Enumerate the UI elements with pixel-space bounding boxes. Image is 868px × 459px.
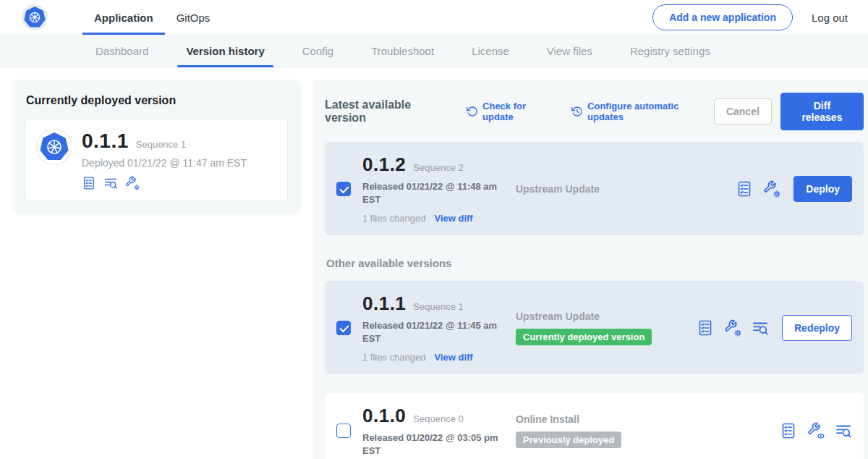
configure-updates-label: Configure automatic updates xyxy=(587,101,714,122)
version-info: 0.1.1 Sequence 1 Released 01/21/22 @ 11:… xyxy=(362,292,516,363)
release-notes-icon[interactable] xyxy=(82,176,96,190)
version-info: 0.1.2 Sequence 2 Released 01/21/22 @ 11:… xyxy=(362,153,516,224)
configure-updates-link[interactable]: Configure automatic updates xyxy=(571,101,714,122)
release-notes-icon[interactable] xyxy=(736,180,753,198)
view-logs-icon[interactable] xyxy=(835,422,852,439)
source-label: Upstream Update xyxy=(516,311,697,322)
app-subnav: Dashboard Version history Config Trouble… xyxy=(0,35,868,67)
released-timestamp: Released 01/20/22 @ 03:05 pm EST xyxy=(362,431,500,457)
top-bar: Application GitOps Add a new application… xyxy=(0,0,868,35)
diff-releases-button[interactable]: Diff releases xyxy=(780,93,864,130)
subnav-label: Troubleshoot xyxy=(371,45,434,57)
tab-gitops[interactable]: GitOps xyxy=(165,0,222,35)
files-changed-label: 1 files changed xyxy=(362,213,425,224)
logout-link[interactable]: Log out xyxy=(812,12,848,24)
released-timestamp: Released 01/21/22 @ 11:48 am EST xyxy=(362,180,500,206)
subnav-label: Version history xyxy=(186,45,264,57)
tab-application[interactable]: Application xyxy=(82,0,165,35)
source-label: Online Install xyxy=(516,413,697,425)
auto-update-clock-icon xyxy=(571,106,583,117)
version-history-panel: Latest available version Check for updat… xyxy=(313,80,868,459)
previously-deployed-badge: Previously deployed xyxy=(516,431,621,448)
files-changed-label: 1 files changed xyxy=(362,352,425,363)
released-timestamp: Released 01/21/22 @ 11:45 am EST xyxy=(362,319,500,345)
cancel-button[interactable]: Cancel xyxy=(714,98,772,125)
sequence-label: Sequence 2 xyxy=(413,162,463,173)
subnav-label: View files xyxy=(547,45,592,57)
add-application-button[interactable]: Add a new application xyxy=(652,4,793,30)
redeploy-button[interactable]: Redeploy xyxy=(782,315,852,341)
version-row-0-1-0: 0.1.0 Sequence 0 Released 01/20/22 @ 03:… xyxy=(325,393,864,459)
subnav-item-license[interactable]: License xyxy=(463,35,518,67)
tab-application-label: Application xyxy=(94,12,153,24)
deployed-card-title: Currently deployed version xyxy=(26,94,288,107)
subnav-label: Registry settings xyxy=(630,45,710,57)
deployed-timestamp: Deployed 01/21/22 @ 11:47 am EST xyxy=(82,157,247,169)
version-row-0-1-1: 0.1.1 Sequence 1 Released 01/21/22 @ 11:… xyxy=(325,281,864,374)
view-diff-link[interactable]: View diff xyxy=(434,213,472,224)
row-actions xyxy=(736,180,780,198)
subnav-label: License xyxy=(472,45,509,57)
deployed-version-card: 0.1.1 Sequence 1 Deployed 01/21/22 @ 11:… xyxy=(25,119,288,201)
row-actions xyxy=(780,422,852,439)
deployed-info: 0.1.1 Sequence 1 Deployed 01/21/22 @ 11:… xyxy=(82,130,247,190)
edit-config-icon[interactable] xyxy=(125,176,140,190)
version-number: 0.1.2 xyxy=(362,153,406,176)
version-number: 0.1.0 xyxy=(362,405,406,427)
currently-deployed-badge: Currently deployed version xyxy=(516,329,652,345)
subnav-item-config[interactable]: Config xyxy=(294,35,342,67)
subnav-item-registry-settings[interactable]: Registry settings xyxy=(621,35,719,67)
deployed-actions xyxy=(82,176,247,190)
view-logs-icon[interactable] xyxy=(103,176,118,190)
row-actions xyxy=(697,319,769,337)
check-for-update-label: Check for update xyxy=(482,101,557,122)
version-info: 0.1.0 Sequence 0 Released 01/20/22 @ 03:… xyxy=(362,405,516,457)
kubernetes-logo-icon xyxy=(22,4,48,30)
version-row-0-1-2: 0.1.2 Sequence 2 Released 01/21/22 @ 11:… xyxy=(325,142,864,235)
release-notes-icon[interactable] xyxy=(780,422,797,439)
subnav-label: Config xyxy=(302,45,333,57)
sequence-label: Sequence 0 xyxy=(413,413,463,424)
main-content: Currently deployed version 0.1.1 Sequenc… xyxy=(0,67,868,459)
view-logs-icon[interactable] xyxy=(752,319,769,337)
sequence-label: Sequence 1 xyxy=(413,301,463,312)
subnav-item-view-files[interactable]: View files xyxy=(538,35,601,67)
view-diff-link[interactable]: View diff xyxy=(434,352,472,363)
subnav-item-version-history[interactable]: Version history xyxy=(177,35,273,67)
version-checkbox[interactable] xyxy=(336,321,351,335)
deployed-version-number: 0.1.1 xyxy=(82,130,129,153)
edit-config-icon[interactable] xyxy=(724,319,741,337)
version-source: Online Install Previously deployed xyxy=(516,413,697,448)
subnav-item-dashboard[interactable]: Dashboard xyxy=(87,35,157,67)
version-checkbox[interactable] xyxy=(336,424,351,438)
release-notes-icon[interactable] xyxy=(697,319,714,337)
version-checkbox[interactable] xyxy=(336,182,351,196)
edit-config-icon[interactable] xyxy=(763,180,780,198)
subnav-label: Dashboard xyxy=(95,45,148,57)
version-number: 0.1.1 xyxy=(362,292,406,315)
app-logo-icon xyxy=(37,130,72,164)
currently-deployed-card: Currently deployed version 0.1.1 Sequenc… xyxy=(12,80,301,214)
deploy-button[interactable]: Deploy xyxy=(793,176,852,202)
panel-title: Latest available version xyxy=(325,98,452,125)
check-for-update-link[interactable]: Check for update xyxy=(467,101,557,122)
tab-gitops-label: GitOps xyxy=(176,12,210,24)
source-label: Upstream Update xyxy=(516,183,697,195)
panel-header: Latest available version Check for updat… xyxy=(325,93,864,130)
view-config-icon[interactable] xyxy=(807,422,825,439)
version-source: Upstream Update Currently deployed versi… xyxy=(516,311,697,345)
version-source: Upstream Update xyxy=(516,183,697,195)
subnav-item-troubleshoot[interactable]: Troubleshoot xyxy=(362,35,443,67)
deployed-sequence-label: Sequence 1 xyxy=(136,139,186,150)
other-versions-title: Other available versions xyxy=(326,257,864,269)
refresh-icon xyxy=(467,106,478,117)
top-tabs: Application GitOps xyxy=(82,0,221,35)
